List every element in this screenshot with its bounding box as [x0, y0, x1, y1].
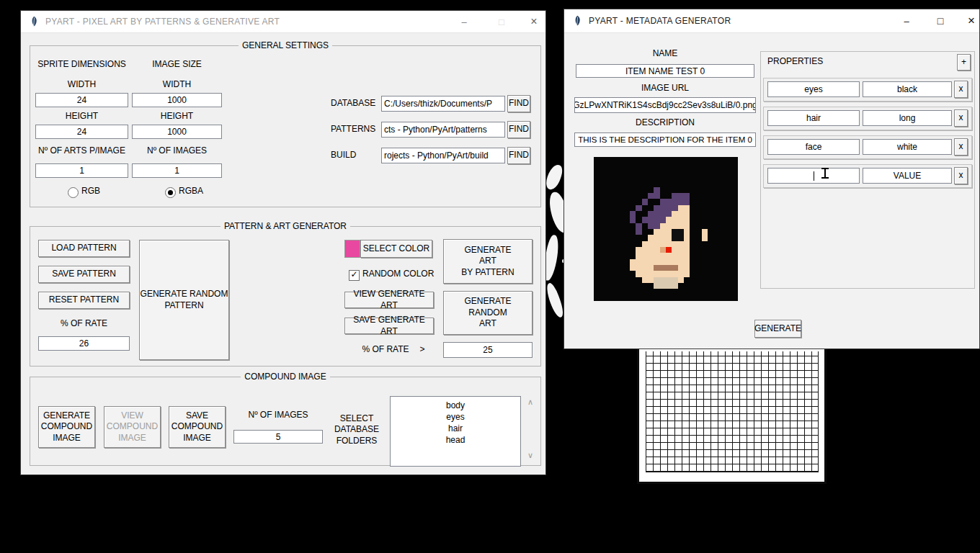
- pattern-grid-canvas[interactable]: [646, 351, 819, 472]
- mouse-cursor-ibeam: [820, 167, 830, 180]
- build-path-input[interactable]: rojects - Python/PyArt/build: [381, 148, 505, 163]
- splatter-blob: [544, 163, 564, 192]
- description-label: DESCRIPTION: [576, 118, 754, 128]
- app-feather-icon: [571, 15, 582, 27]
- rgb-radio-label[interactable]: RGB: [81, 186, 110, 197]
- rate2-label: % OF RATE: [346, 345, 425, 355]
- remove-property-button[interactable]: x: [954, 81, 968, 98]
- property-value-input[interactable]: VALUE: [863, 168, 952, 184]
- app-feather-icon: [28, 16, 39, 27]
- image-height-input[interactable]: 1000: [132, 125, 222, 139]
- list-item[interactable]: eyes: [391, 411, 520, 423]
- arts-per-image-input[interactable]: 1: [35, 163, 128, 178]
- build-find-button[interactable]: FIND: [507, 147, 530, 164]
- desktop: { "left_window": { "title": "PYART - PIX…: [0, 0, 980, 553]
- compound-n-images-label: Nº OF IMAGES: [233, 410, 323, 421]
- property-key-input[interactable]: hair: [767, 110, 860, 126]
- save-pattern-button[interactable]: SAVE PATTERN: [38, 266, 130, 283]
- random-color-checkbox[interactable]: ✓: [349, 270, 360, 281]
- reset-pattern-button[interactable]: RESET PATTERN: [38, 292, 130, 309]
- pixel-art-preview: [594, 157, 738, 301]
- rgba-radio[interactable]: [165, 187, 176, 198]
- image-width-input[interactable]: 1000: [132, 93, 222, 107]
- image-width-label: WIDTH: [132, 80, 222, 90]
- add-property-button[interactable]: +: [957, 54, 971, 71]
- patterns-path-input[interactable]: cts - Python/PyArt/patterns: [381, 122, 505, 138]
- name-label: NAME: [576, 49, 754, 59]
- generate-compound-button[interactable]: GENERATE COMPOUND IMAGE: [38, 406, 95, 448]
- build-path-label: BUILD: [331, 150, 378, 161]
- property-value-input[interactable]: long: [863, 110, 952, 126]
- save-compound-button[interactable]: SAVE COMPOUND IMAGE: [169, 406, 226, 448]
- generate-random-pattern-button[interactable]: GENERATE RANDOM PATTERN: [139, 240, 229, 360]
- list-item[interactable]: body: [391, 400, 520, 411]
- image-url-label: IMAGE URL: [576, 84, 754, 94]
- image-url-input[interactable]: GzLPwXNTRiK1S4scBdj9cc2Sev3s8uLiB/0.png: [574, 97, 756, 113]
- arts-per-image-label: Nº OF ARTS P/IMAGE: [30, 146, 134, 156]
- description-input[interactable]: THIS IS THE DESCRIPTION FOR THE ITEM 0: [574, 132, 756, 147]
- patterns-find-button[interactable]: FIND: [507, 121, 530, 138]
- rgb-radio[interactable]: [68, 187, 79, 198]
- rate2-input[interactable]: 25: [443, 342, 533, 358]
- metadata-title-bar[interactable]: PYART - METADATA GENERATOR – □ ×: [564, 9, 979, 33]
- property-value-input[interactable]: black: [863, 81, 952, 97]
- generate-metadata-button[interactable]: GENERATE: [754, 320, 801, 338]
- close-icon[interactable]: ×: [962, 9, 980, 32]
- rate2-gt-label: >: [418, 345, 427, 355]
- main-title-bar[interactable]: PYART - PIXEL ART BY PATTERNS & GENERATI…: [21, 11, 545, 33]
- minimize-icon[interactable]: –: [896, 9, 917, 32]
- scroll-down-icon[interactable]: ∨: [525, 451, 535, 460]
- remove-property-button[interactable]: x: [954, 138, 968, 156]
- database-path-label: DATABASE: [331, 99, 378, 109]
- sprite-dimensions-label: SPRITE DIMENSIONS: [35, 60, 128, 70]
- generate-random-art-button[interactable]: GENERATE RANDOM ART: [443, 291, 533, 335]
- window-title: PYART - METADATA GENERATOR: [589, 9, 731, 32]
- properties-label: PROPERTIES: [767, 57, 832, 67]
- random-color-label[interactable]: RANDOM COLOR: [362, 269, 442, 279]
- close-icon[interactable]: ×: [523, 11, 545, 32]
- remove-property-button[interactable]: x: [954, 109, 968, 127]
- sprite-width-label: WIDTH: [35, 80, 128, 90]
- rate-label: % OF RATE: [38, 319, 130, 329]
- load-pattern-button[interactable]: LOAD PATTERN: [38, 240, 130, 257]
- compound-image-legend: COMPOUND IMAGE: [30, 372, 540, 382]
- db-folders-listbox[interactable]: body eyes hair head: [390, 396, 521, 467]
- view-generate-art-button[interactable]: VIEW GENERATE ART: [344, 292, 434, 308]
- maximize-icon[interactable]: □: [930, 9, 951, 32]
- splatter-blob: [544, 282, 566, 319]
- minimize-icon[interactable]: –: [453, 11, 475, 32]
- text-caret: [814, 171, 814, 181]
- sprite-width-input[interactable]: 24: [35, 93, 128, 107]
- sprite-height-label: HEIGHT: [35, 112, 128, 122]
- compound-n-images-input[interactable]: 5: [233, 430, 323, 444]
- database-path-input[interactable]: C:/Users/thizk/Documents/P: [381, 96, 505, 112]
- remove-property-button[interactable]: x: [954, 167, 968, 184]
- name-input[interactable]: ITEM NAME TEST 0: [576, 64, 754, 78]
- pattern-canvas-window[interactable]: [637, 328, 827, 484]
- rate-input[interactable]: 26: [38, 336, 130, 351]
- select-color-button[interactable]: SELECT COLOR: [360, 240, 432, 258]
- save-generate-art-button[interactable]: SAVE GENERATE ART: [344, 318, 434, 334]
- property-key-input[interactable]: [767, 168, 860, 184]
- maximize-icon[interactable]: □: [491, 11, 512, 32]
- view-compound-button[interactable]: VIEW COMPOUND IMAGE: [104, 406, 161, 448]
- database-find-button[interactable]: FIND: [507, 95, 530, 112]
- select-db-folders-label: SELECT DATABASE FOLDERS: [328, 408, 386, 451]
- property-key-input[interactable]: face: [767, 139, 860, 155]
- property-key-input[interactable]: eyes: [767, 81, 860, 97]
- rgba-radio-label[interactable]: RGBA: [179, 186, 210, 197]
- list-item[interactable]: head: [391, 434, 520, 446]
- pyart-main-window: PYART - PIXEL ART BY PATTERNS & GENERATI…: [20, 10, 546, 475]
- general-settings-legend: GENERAL SETTINGS: [30, 40, 540, 50]
- pattern-generator-legend: PATTERN & ART GENERATOR: [30, 221, 540, 231]
- generate-art-by-pattern-button[interactable]: GENERATE ART BY PATTERN: [443, 239, 533, 284]
- list-item[interactable]: hair: [391, 423, 520, 434]
- image-size-label: IMAGE SIZE: [132, 60, 222, 70]
- n-images-input[interactable]: 1: [132, 163, 222, 178]
- sprite-height-input[interactable]: 24: [35, 125, 128, 139]
- n-images-label: Nº OF IMAGES: [132, 146, 222, 156]
- property-value-input[interactable]: white: [863, 139, 952, 155]
- scroll-up-icon[interactable]: ∧: [525, 397, 535, 407]
- window-title: PYART - PIXEL ART BY PATTERNS & GENERATI…: [45, 11, 280, 32]
- color-swatch[interactable]: [344, 240, 360, 258]
